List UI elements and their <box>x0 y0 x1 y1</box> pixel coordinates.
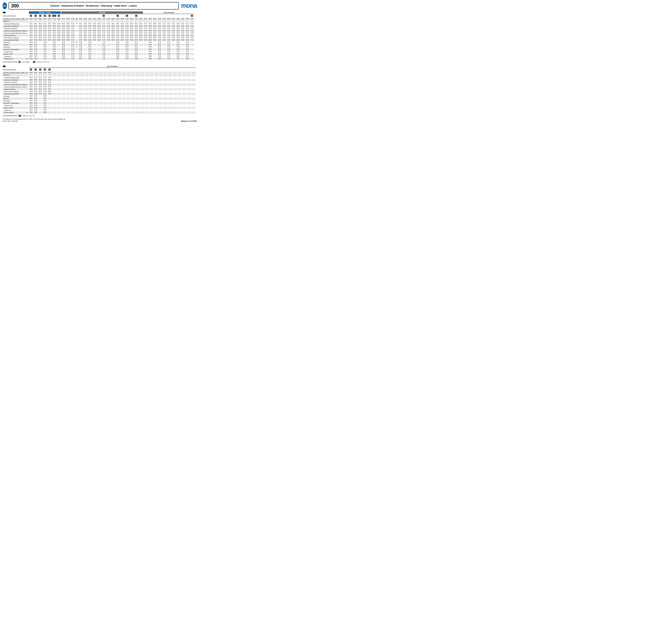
table-row: Hinterbach18.3219.3221.3223.3206.3207.32… <box>3 46 197 48</box>
time-cell <box>98 81 103 83</box>
time-cell <box>80 81 84 83</box>
traffic-note-cell <box>71 68 75 70</box>
time-cell: 14.36 <box>78 57 82 60</box>
time-cell: 19.23 <box>33 81 38 83</box>
time-cell <box>61 95 65 97</box>
route-header-box: 300 Zentrum - Rottachstr./Friedhof - Nor… <box>9 2 179 10</box>
traffic-note-cell: HS <box>43 68 47 70</box>
time-cell: 14.27 <box>176 34 180 37</box>
time-cell <box>171 44 176 46</box>
time-cell <box>66 50 70 53</box>
traffic-note-cell <box>52 68 56 70</box>
time-cell: 06.58 <box>66 37 70 39</box>
time-cell <box>47 104 52 107</box>
traffic-note-cell <box>66 15 70 17</box>
time-cell <box>57 57 61 60</box>
time-cell: 00.22 <box>139 25 143 27</box>
traffic-note-cell: HS <box>38 68 42 70</box>
time-cell <box>159 76 163 79</box>
time-cell <box>140 95 145 97</box>
time-cell: 19.34 <box>33 107 38 109</box>
time-cell <box>140 100 145 102</box>
hs-badge: HS <box>35 15 37 17</box>
time-cell: 14.52 <box>83 25 87 27</box>
time-cell <box>127 76 131 79</box>
time-cell: 15.57 <box>92 34 96 37</box>
time-cell: 17.23 <box>190 27 194 30</box>
hs-badge: HS <box>103 15 105 17</box>
time-cell: 14.31 <box>176 44 180 46</box>
time-cell <box>131 88 135 90</box>
time-cell <box>103 97 107 100</box>
time-cell <box>168 90 172 93</box>
time-cell: 12.29 <box>167 39 171 41</box>
time-cell <box>108 102 112 104</box>
time-cell <box>150 81 154 83</box>
time-cell <box>168 95 172 97</box>
stop-name-line: Kempten, Zentrum (ehem. ZUM) <box>3 18 25 20</box>
time-cell <box>97 41 101 44</box>
time-cell <box>98 95 103 97</box>
time-cell <box>111 41 115 44</box>
time-cell <box>108 71 112 76</box>
traffic-note-cell <box>154 68 158 70</box>
traffic-note-cell <box>78 15 82 17</box>
time-cell <box>71 90 75 93</box>
stop-name-line2: (Steig A7) <box>3 74 25 76</box>
time-cell <box>182 76 186 79</box>
time-cell <box>145 71 149 76</box>
time-cell <box>144 46 148 48</box>
time-cell: 17.34 <box>101 53 106 55</box>
time-cell: 15.53 <box>92 27 96 30</box>
time-cell: 11.28 <box>162 37 166 39</box>
time-cell <box>71 86 75 88</box>
time-cell <box>52 90 56 93</box>
time-cell <box>127 86 131 88</box>
time-cell: 19.32 <box>33 102 38 104</box>
time-cell <box>159 90 163 93</box>
time-cell: 16.51 <box>97 23 101 25</box>
time-cell <box>159 88 163 90</box>
time-cell: 19.22 <box>33 25 38 27</box>
time-cell <box>103 109 107 111</box>
stop-name: Kempten, Zentrum (ehem. ZUM)(Steig A7) <box>3 18 25 22</box>
time-cell: 21.30 <box>125 41 129 44</box>
time-cell: 14.55 <box>83 32 87 34</box>
time-cell <box>191 111 196 114</box>
time-cell <box>159 81 163 83</box>
time-cell: 16.29 <box>185 39 189 41</box>
time-cell: 14.50 <box>83 18 87 23</box>
time-cell: 14.32 <box>78 46 82 48</box>
time-cell <box>150 109 154 111</box>
traffic-note-cell: HS <box>38 15 42 17</box>
time-cell: 16.28 <box>185 37 189 39</box>
hs-badge: HS <box>54 15 56 17</box>
time-cell: 17.54 <box>106 30 111 32</box>
time-cell: 20.27 <box>120 34 124 37</box>
time-cell <box>61 81 65 83</box>
time-cell <box>136 104 140 107</box>
timetable-mon-sat-sun: Montag - FreitagSamstagSonn-/Feiertag VE… <box>3 11 197 60</box>
hs-badge: HS <box>30 69 32 70</box>
time-cell <box>47 100 52 102</box>
time-cell: 10.31 <box>157 44 162 46</box>
time-cell <box>89 81 93 83</box>
time-cell <box>106 46 111 48</box>
stop-name-cell: Hirschdorf, Ortseingang <box>3 102 28 104</box>
time-cell <box>66 111 70 114</box>
frequency-note-cell: alle 30 <box>75 18 78 23</box>
time-cell <box>61 102 65 104</box>
time-cell <box>47 55 52 57</box>
time-cell: 14.32 <box>176 50 180 53</box>
time-cell <box>103 79 107 81</box>
time-cell: 19.30 <box>116 41 120 44</box>
time-cell: 07.20 <box>144 18 148 23</box>
time-cell <box>47 41 52 44</box>
time-cell <box>168 97 172 100</box>
time-cell <box>154 90 158 93</box>
time-cell <box>127 88 131 90</box>
time-cell: 12.32 <box>167 48 171 50</box>
time-cell <box>111 46 115 48</box>
stop-name-cell: - Memminger Str./Breite <box>3 90 28 93</box>
time-cell <box>130 48 134 50</box>
